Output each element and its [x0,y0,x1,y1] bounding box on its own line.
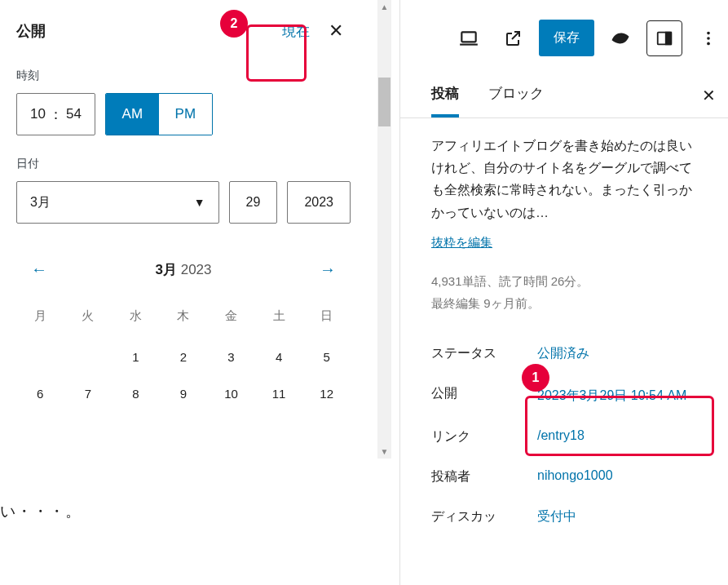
am-button[interactable]: AM [106,94,159,135]
author-label: 投稿者 [431,468,537,485]
calendar-day[interactable]: 1 [112,339,160,375]
svg-rect-3 [666,32,671,44]
calendar-day[interactable]: 11 [255,375,303,412]
time-label: 時刻 [16,69,351,83]
jetpack-icon [609,27,632,50]
svg-point-6 [707,42,710,45]
chevron-down-icon: ▼ [194,196,205,209]
calendar-day[interactable]: 8 [112,375,160,412]
calendar-day[interactable] [64,339,113,375]
calendar-day[interactable]: 3 [207,339,255,375]
arrow-right-icon: → [320,260,336,279]
dow-header: 木 [160,302,208,339]
open-external-button[interactable] [495,20,531,56]
dow-header: 火 [64,302,113,339]
more-vertical-icon [699,29,717,47]
body-paragraph: い・・・。 [0,501,82,522]
month-select[interactable]: 3月 ▼ [16,181,219,224]
close-icon: ✕ [702,86,716,105]
hour-value: 10 [30,106,46,122]
word-count-label: 4,931単語、読了時間 26分。 [431,270,704,292]
dow-header: 水 [112,302,160,339]
calendar-day[interactable]: 4 [255,339,303,375]
arrow-left-icon: ← [31,260,47,279]
next-month-button[interactable]: → [311,253,344,286]
calendar-day[interactable]: 7 [64,375,113,412]
more-options-button[interactable] [690,20,726,56]
publish-label: 公開 [431,385,537,402]
scroll-up-arrow-icon[interactable]: ▲ [377,0,391,14]
minute-value: 54 [66,106,82,122]
jetpack-button[interactable] [602,20,638,56]
svg-point-4 [707,31,710,34]
prev-month-button[interactable]: ← [23,253,55,286]
device-preview-button[interactable] [451,20,487,56]
settings-panel-toggle[interactable] [646,20,682,56]
ampm-toggle: AM PM [105,93,213,135]
sidebar-icon [655,29,673,47]
last-edit-label: 最終編集 9ヶ月前。 [431,292,704,314]
popover-title: 公開 [16,21,46,41]
month-select-value: 3月 [30,194,51,211]
dow-header: 日 [302,302,351,339]
calendar-day[interactable]: 5 [302,339,351,375]
calendar-day[interactable]: 6 [16,375,64,412]
scroll-down-arrow-icon[interactable]: ▼ [377,445,391,459]
dow-header: 金 [207,302,255,339]
close-icon: ✕ [329,20,343,42]
close-popover-button[interactable]: ✕ [321,16,351,46]
external-link-icon [503,29,523,48]
time-input[interactable]: 10 ： 54 [16,93,95,135]
calendar-day[interactable] [16,339,64,375]
calendar-month-label: 3月 2023 [155,260,211,279]
status-label: ステータス [431,345,537,362]
calendar-day[interactable]: 10 [207,375,255,412]
svg-point-5 [707,37,710,40]
publish-datetime-value[interactable]: 2023年3月29日 10:54 AM [537,385,704,406]
tab-post[interactable]: 投稿 [431,73,459,117]
date-label: 日付 [16,157,351,171]
set-now-link[interactable]: 現在 [282,22,310,41]
calendar-day[interactable]: 12 [302,375,351,412]
save-button[interactable]: 保存 [539,20,594,56]
tab-block[interactable]: ブロック [488,73,544,117]
dow-header: 土 [255,302,303,339]
sidebar-inspector: 保存 投稿 ブロック ✕ アフィリエイトブログを書き始めたのは良いけれど、自分の… [399,0,728,585]
publish-datetime-popover: 公開 現在 ✕ 時刻 10 ： 54 AM PM 日付 3月 [0,0,367,412]
day-input[interactable]: 29 [229,181,278,224]
pm-button[interactable]: PM [159,94,212,135]
status-value[interactable]: 公開済み [537,345,704,362]
svg-rect-0 [461,32,475,42]
calendar-grid: 月 火 水 木 金 土 日 1 2 3 4 5 [16,302,351,412]
permalink-value[interactable]: /entry18 [537,428,704,443]
scrollbar-vertical[interactable]: ▲ ▼ [377,0,391,459]
time-separator: ： [49,105,63,124]
calendar-day[interactable]: 2 [160,339,208,375]
close-sidebar-button[interactable]: ✕ [692,79,725,112]
post-excerpt: アフィリエイトブログを書き始めたのは良いけれど、自分のサイト名をグーグルで調べて… [431,135,704,224]
laptop-icon [458,28,479,49]
discussion-label: ディスカッ [431,508,537,525]
scrollbar-thumb[interactable] [378,78,390,126]
link-label: リンク [431,428,537,445]
discussion-value[interactable]: 受付中 [537,508,704,525]
year-input[interactable]: 2023 [287,181,351,224]
calendar-day[interactable]: 9 [160,375,208,412]
edit-excerpt-link[interactable]: 抜粋を編集 [431,235,492,249]
author-value[interactable]: nihongo1000 [537,468,704,483]
dow-header: 月 [16,302,64,339]
